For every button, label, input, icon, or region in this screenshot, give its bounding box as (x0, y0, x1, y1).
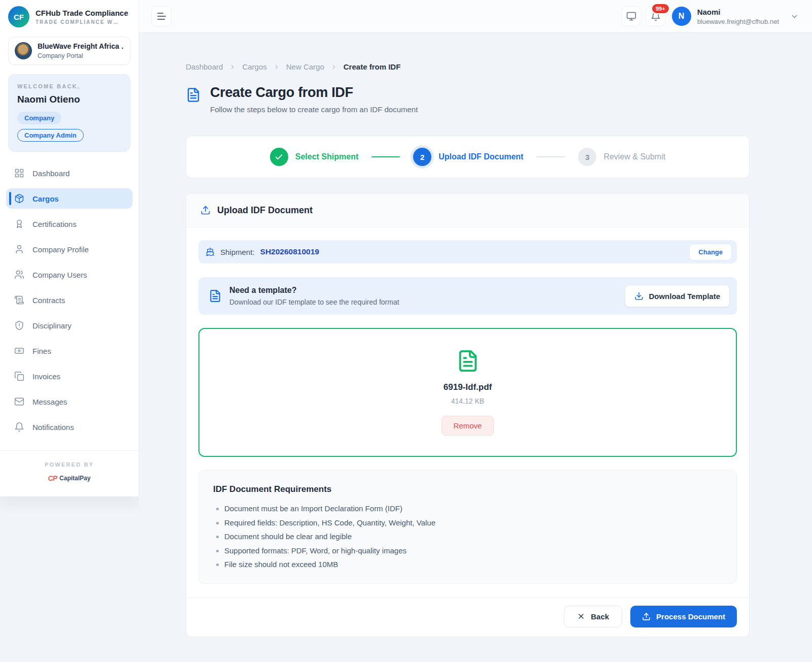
shipment-id: SH20260810019 (260, 247, 319, 256)
user-menu[interactable]: N Naomi bluewave.freight@cfhub.net (672, 7, 799, 26)
notifications-button[interactable]: 99+ (646, 6, 666, 26)
welcome-greeting: WELCOME BACK, (17, 83, 121, 89)
sidebar-item-label: Messages (32, 398, 67, 406)
sidebar-item-label: Contracts (32, 296, 65, 305)
step-connector (371, 156, 400, 157)
template-title: Need a template? (229, 286, 399, 295)
sidebar-item-label: Dashboard (32, 169, 70, 178)
app-title: CFHub Trade Compliance (36, 9, 128, 17)
topbar: 99+ N Naomi bluewave.freight@cfhub.net (139, 0, 812, 32)
breadcrumb-cargos[interactable]: Cargos (242, 62, 266, 71)
dashboard-icon (14, 168, 24, 178)
app-subtitle: TRADE COMPLIANCE W… (36, 19, 128, 25)
upload-card-title: Upload IDF Document (217, 205, 313, 216)
sidebar-item-certifications[interactable]: Certifications (6, 214, 132, 234)
sidebar-item-company-profile[interactable]: Company Profile (6, 239, 132, 259)
bell-icon (14, 422, 24, 432)
display-mode-button[interactable] (621, 6, 641, 26)
step-active-circle: 2 (413, 148, 431, 166)
monitor-icon (626, 11, 636, 21)
close-icon (577, 612, 585, 620)
file-text-icon (209, 289, 222, 303)
change-shipment-button[interactable]: Change (689, 244, 732, 260)
sidebar-item-fines[interactable]: Fines (6, 341, 132, 361)
shipment-bar: Shipment: SH20260810019 Change (198, 240, 737, 263)
avatar: N (672, 7, 691, 26)
sidebar-item-label: Notifications (32, 423, 74, 432)
powered-by-section: POWERED BY CP CapitalPay (0, 450, 139, 496)
user-name: Naomi (697, 8, 779, 16)
sidebar-item-disciplinary[interactable]: Disciplinary (6, 315, 132, 336)
main-content: Dashboard Cargos New Cargo Create from I… (139, 32, 812, 662)
uploaded-file-name: 6919-Idf.pdf (444, 382, 492, 392)
download-template-button[interactable]: Download Template (625, 285, 730, 307)
upload-icon (642, 612, 651, 621)
sidebar-item-messages[interactable]: Messages (6, 391, 132, 412)
requirement-item: File size should not exceed 10MB (224, 560, 722, 569)
breadcrumb: Dashboard Cargos New Cargo Create from I… (186, 62, 750, 71)
page-subtitle: Follow the steps below to create cargo f… (210, 105, 418, 114)
step-complete-circle (270, 148, 288, 166)
shield-alert-icon (14, 320, 24, 330)
welcome-user-name: Naomi Otieno (17, 94, 121, 105)
upload-icon (200, 205, 211, 215)
capitalpay-mark-icon: CP (48, 474, 57, 482)
sidebar-item-label: Cargos (32, 194, 59, 203)
download-template-label: Download Template (649, 292, 720, 301)
step-label: Review & Submit (603, 152, 665, 161)
upload-card-header: Upload IDF Document (186, 193, 749, 227)
upload-card: Upload IDF Document Shipment: SH20260810… (186, 193, 750, 637)
step-label: Select Shipment (295, 152, 358, 161)
sidebar-item-label: Disciplinary (32, 321, 72, 330)
process-document-button[interactable]: Process Document (630, 606, 737, 627)
sidebar-item-label: Certifications (32, 220, 77, 228)
requirements-panel: IDF Document Requirements Document must … (198, 470, 737, 584)
capitalpay-logo: CP CapitalPay (0, 474, 139, 482)
step-connector (536, 156, 565, 157)
sidebar-item-contracts[interactable]: Contracts (6, 290, 132, 310)
sidebar-item-company-users[interactable]: Company Users (6, 264, 132, 285)
page-title: Create Cargo from IDF (210, 85, 418, 101)
welcome-card: WELCOME BACK, Naomi Otieno Company Compa… (8, 74, 130, 152)
company-portal-card[interactable]: BlueWave Freight Africa … Company Portal (8, 37, 130, 65)
capitalpay-wordmark: CapitalPay (59, 475, 90, 482)
requirement-item: Required fields: Description, HS Code, Q… (224, 518, 722, 527)
sidebar-item-dashboard[interactable]: Dashboard (6, 163, 132, 183)
app-logo: CF (8, 6, 29, 27)
requirement-item: Supported formats: PDF, Word, or high-qu… (224, 546, 722, 555)
chevron-right-icon (273, 63, 280, 71)
scroll-icon (14, 295, 24, 305)
back-button[interactable]: Back (564, 606, 622, 627)
app-brand: CF CFHub Trade Compliance TRADE COMPLIAN… (0, 0, 139, 32)
user-icon (14, 244, 24, 254)
step-upload-idf: 2 Upload IDF Document (413, 148, 523, 166)
role-badge-company-admin: Company Admin (17, 129, 84, 142)
company-name: BlueWave Freight Africa … (38, 42, 124, 50)
cargo-box-icon (14, 193, 24, 204)
breadcrumb-dashboard[interactable]: Dashboard (186, 62, 223, 71)
back-label: Back (591, 612, 609, 621)
user-email: bluewave.freight@cfhub.net (697, 18, 779, 25)
sidebar-item-label: Fines (32, 347, 51, 355)
menu-toggle-button[interactable] (151, 6, 172, 26)
sidebar-item-invoices[interactable]: Invoices (6, 366, 132, 386)
uploaded-file-dropzone[interactable]: 6919-Idf.pdf 414.12 KB Remove (198, 328, 737, 457)
step-label: Upload IDF Document (438, 152, 523, 161)
page-header: Create Cargo from IDF Follow the steps b… (186, 85, 750, 114)
remove-file-button[interactable]: Remove (442, 416, 494, 436)
sidebar: CF CFHub Trade Compliance TRADE COMPLIAN… (0, 0, 139, 496)
file-text-icon (186, 87, 201, 114)
chevron-right-icon (229, 63, 236, 71)
breadcrumb-new-cargo[interactable]: New Cargo (286, 62, 324, 71)
sidebar-item-label: Company Profile (32, 245, 89, 254)
sidebar-item-notifications[interactable]: Notifications (6, 417, 132, 437)
mail-icon (14, 396, 24, 407)
sidebar-item-cargos[interactable]: Cargos (6, 188, 132, 209)
shipment-label: Shipment: (220, 248, 255, 256)
step-upcoming-circle: 3 (578, 148, 596, 166)
uploaded-file-size: 414.12 KB (451, 397, 484, 405)
users-icon (14, 270, 24, 280)
check-icon (275, 153, 283, 161)
notification-count-badge: 99+ (651, 3, 670, 14)
sidebar-item-label: Company Users (32, 271, 87, 279)
